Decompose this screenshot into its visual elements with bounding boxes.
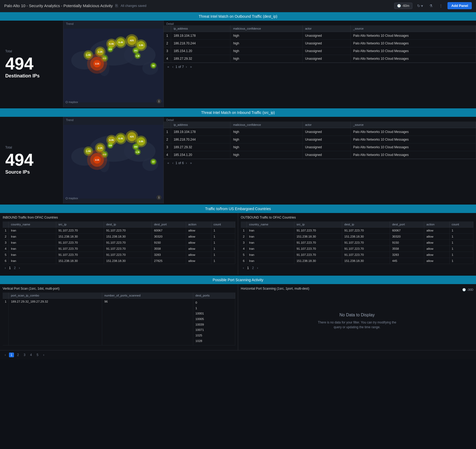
port-tables-row: Vertical Port Scan (1src, 1dst, multi-po… [0,284,476,350]
svg-text:390: 390 [134,146,138,148]
inbound-page-last[interactable]: » [189,161,193,165]
inbound-page-next[interactable]: › [185,161,188,165]
svg-text:6.4k: 6.4k [119,41,123,44]
top-bar-right: 🕐 -60m ↻ ▾ ⚗ ⋮ Add Panel [394,2,472,9]
bottom-page-2[interactable]: 2 [16,353,21,357]
outbound-panel-row: Total 494 Destination IPs Trend [0,21,476,108]
more-button[interactable]: ⋮ [437,3,444,9]
traffic-outbound-half: OUTBOUND Traffic to OFAC Countries count… [238,213,476,275]
outbound-total-box: Total 494 Destination IPs [0,21,63,107]
to-page-next[interactable]: › [256,266,259,270]
map-info-icon[interactable]: ℹ [157,99,161,104]
inbound-col-confidence: malicious_confidence [230,122,302,128]
bottom-page-3[interactable]: 3 [22,353,27,357]
outbound-page-first[interactable]: « [166,64,170,69]
svg-text:97: 97 [152,161,155,163]
port-dest-ports: 011000110005100391007110251028 [193,299,235,345]
bottom-page-next[interactable]: › [41,353,46,357]
ti-page-prev[interactable]: ‹ [4,266,7,270]
outbound-page-next[interactable]: › [185,64,188,69]
inbound-detail-label: Detail [164,117,476,122]
svg-text:1.5k: 1.5k [86,54,91,56]
to-page-1[interactable]: 1 [246,266,250,270]
clock-icon: 🕐 [397,4,401,8]
outbound-col-confidence: malicious_confidence [230,25,302,32]
table-row: 3189.27.29.32highUnassignedPalo Alto Net… [164,144,476,151]
svg-text:1.3k: 1.3k [136,151,140,153]
filter-button[interactable]: ⚗ [428,3,434,9]
share-icon[interactable]: ⎘ [115,3,118,8]
bottom-page-4[interactable]: 4 [29,353,34,357]
outbound-col-ip: ip_address [171,25,230,32]
inbound-col-source: _source [350,122,476,128]
table-row: 6Iran151.238.18.30151.238.18.30445allow1 [241,258,473,264]
outbound-section-header: Threat Intel Match on Outbound Traffic (… [0,12,476,21]
ti-col-src: src_ip [56,221,104,228]
time-value: -60m [402,4,409,8]
outbound-detail-label: Detail [164,21,476,25]
inbound-total-label: Total [5,146,58,149]
ti-col-action: action [186,221,211,228]
inbound-page-of: of [178,161,181,165]
add-panel-button[interactable]: Add Panel [447,2,472,9]
table-row: 3Iran91.107.223.7091.107.223.709150allow… [3,240,235,246]
port-vertical-label: Vertical Port Scan (1src, 1dst, multi-po… [3,287,235,290]
inbound-map-svg: 1.5k 2.2k 6.8k 6.4k 165 432 [63,122,163,202]
svg-text:6.4k: 6.4k [119,137,123,140]
svg-text:3.8k: 3.8k [139,140,143,143]
outbound-page-last[interactable]: » [189,64,193,69]
inbound-page-total: 6 [182,161,184,165]
svg-text:6.9k: 6.9k [109,43,114,45]
svg-text:425: 425 [130,135,134,138]
ti-page-next[interactable]: › [18,266,21,270]
svg-text:425: 425 [130,39,134,42]
traffic-inbound-table: country_name src_ip dest_ip dest_port ac… [3,221,235,264]
traffic-section-header: Traffic to/from US Embargoed Countries [0,204,476,213]
outbound-detail-table: ip_address malicious_confidence actor _s… [164,25,476,63]
outbound-map-svg: 1.5k 2.2k 6.9k 6.4k 163 431 [63,25,163,106]
svg-text:6.8k: 6.8k [109,139,114,141]
saved-status: All changes saved [121,4,146,8]
ti-page-2[interactable]: 2 [13,266,17,270]
traffic-inbound-label: INBOUND Traffic from OFAC Countries [3,216,235,219]
svg-text:1.3k: 1.3k [136,55,140,57]
inbound-detail-table: ip_address malicious_confidence actor _s… [164,122,476,159]
table-row: 2Iran151.238.18.30151.238.18.3030320allo… [3,234,235,240]
to-page-prev[interactable]: ‹ [242,266,245,270]
inbound-total-sublabel: Source IPs [5,169,58,175]
table-row: 1189.19.104.178highUnassignedPalo Alto N… [164,128,476,136]
inbound-col-num [164,122,171,128]
to-col-country: country_name [247,221,294,228]
inbound-page-prev[interactable]: ‹ [171,161,175,165]
port-time-value: -30D [467,288,473,291]
traffic-outbound-pagination: ‹ 1 2 › [241,264,473,272]
to-col-num [241,221,247,228]
to-page-2[interactable]: 2 [251,266,255,270]
bottom-page-1[interactable]: 1 [9,353,14,357]
pv-col-count: number_of_ports_scanned [102,293,193,299]
ti-col-count: count [211,221,235,228]
ti-page-1[interactable]: 1 [8,266,12,270]
outbound-page-prev[interactable]: ‹ [171,64,175,69]
bottom-page-5[interactable]: 5 [35,353,40,357]
outbound-section: Threat Intel Match on Outbound Traffic (… [0,12,476,108]
refresh-button[interactable]: ↻ ▾ [416,3,425,9]
svg-text:1.5k: 1.5k [86,150,91,152]
inbound-page-first[interactable]: « [166,161,170,165]
inbound-map-label: Trend [63,117,163,122]
to-col-port: dest_port [390,221,424,228]
port-horizontal-label: Horizontal Port Scanning (1src, 1port, m… [241,287,309,290]
traffic-section: Traffic to/from US Embargoed Countries I… [0,204,476,275]
to-col-src: src_ip [294,221,342,228]
time-selector[interactable]: 🕐 -60m [394,3,412,9]
bottom-page-prev[interactable]: ‹ [3,353,7,357]
port-time-badge: 🕐 -30D [462,288,473,291]
table-row: 2Iran151.238.18.30151.238.18.3030320allo… [241,234,473,240]
top-bar-left: Palo Alto 10 - Security Analytics - Pote… [4,3,146,8]
inbound-map-info-icon[interactable]: ℹ [157,195,161,200]
svg-text:2.2k: 2.2k [98,147,102,149]
table-row: 1Iran91.107.223.7091.107.223.7060067allo… [241,228,473,234]
table-row: 1Iran91.107.223.7091.107.223.7060067allo… [3,228,235,234]
outbound-pagination: « ‹ 1 of 7 › » [164,63,476,71]
port-scan-section-header: Possible Port Scanning Activity [0,275,476,284]
